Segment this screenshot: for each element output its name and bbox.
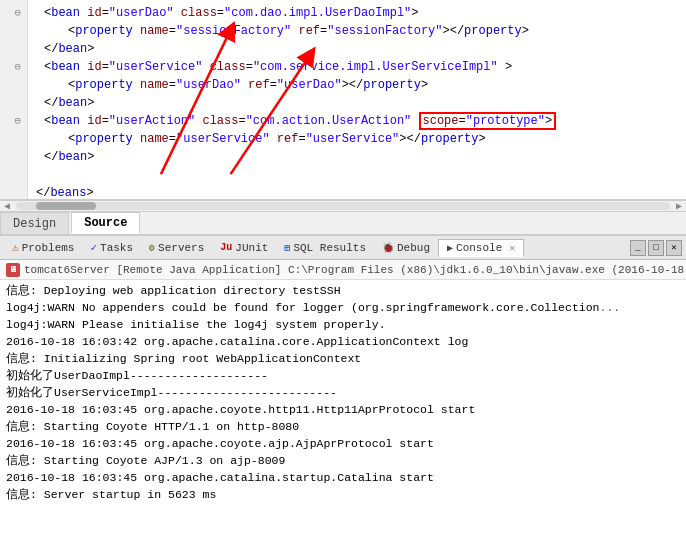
console-close-icon[interactable]: ✕ bbox=[509, 242, 515, 254]
scroll-left-btn[interactable]: ◀ bbox=[0, 200, 14, 212]
tasks-icon: ✓ bbox=[90, 241, 97, 254]
console-icon: ▶ bbox=[447, 242, 453, 254]
tab-console[interactable]: ▶ Console ✕ bbox=[438, 239, 524, 257]
problems-label: Problems bbox=[22, 242, 75, 254]
tab-debug[interactable]: 🐞 Debug bbox=[374, 240, 438, 256]
junit-label: JUnit bbox=[235, 242, 268, 254]
junit-icon: Ju bbox=[220, 242, 232, 253]
code-line: <property name="userService" ref="userSe… bbox=[36, 130, 678, 148]
code-line: <bean id="userService" class="com.servic… bbox=[36, 58, 678, 76]
tab-servers[interactable]: ⚙ Servers bbox=[141, 240, 212, 256]
debug-icon: 🐞 bbox=[382, 242, 394, 254]
editor-tabs: Design Source bbox=[0, 212, 686, 236]
console-line: 信息: Starting Coyote HTTP/1.1 on http-808… bbox=[6, 418, 680, 435]
line-numbers: ⊖ ⊖ ⊖ bbox=[0, 0, 28, 199]
code-line: <property name="userDao" ref="userDao"><… bbox=[36, 76, 678, 94]
code-editor: ⊖ ⊖ ⊖ <bean id="userDao" bbox=[0, 0, 686, 200]
console-line: 初始化了UserDaoImpl-------------------- bbox=[6, 367, 680, 384]
code-line: </bean> bbox=[36, 94, 678, 112]
console-line: log4j:WARN Please initialise the log4j s… bbox=[6, 316, 680, 333]
tab-source[interactable]: Source bbox=[71, 212, 140, 234]
console-tabs-bar: ⚠ Problems ✓ Tasks ⚙ Servers Ju JUnit ⊞ … bbox=[0, 236, 686, 260]
horizontal-scrollbar[interactable]: ◀ ▶ bbox=[0, 200, 686, 212]
code-line: </bean> bbox=[36, 148, 678, 166]
scrollbar-track[interactable] bbox=[16, 202, 670, 210]
tab-problems[interactable]: ⚠ Problems bbox=[4, 239, 82, 256]
console-line: 信息: Starting Coyote AJP/1.3 on ajp-8009 bbox=[6, 452, 680, 469]
console-line: log4j:WARN No appenders could be found f… bbox=[6, 299, 680, 316]
console-output[interactable]: 信息: Deploying web application directory … bbox=[0, 280, 686, 548]
server-info-text: tomcat6Server [Remote Java Application] … bbox=[24, 262, 686, 277]
console-line: 信息: Initializing Spring root WebApplicat… bbox=[6, 350, 680, 367]
code-line: <bean id="userDao" class="com.dao.impl.U… bbox=[36, 4, 678, 22]
debug-label: Debug bbox=[397, 242, 430, 254]
console-line: 2016-10-18 16:03:45 org.apache.catalina.… bbox=[6, 469, 680, 486]
console-line: 信息: Server startup in 5623 ms bbox=[6, 486, 680, 503]
bottom-panel: ⚠ Problems ✓ Tasks ⚙ Servers Ju JUnit ⊞ … bbox=[0, 236, 686, 548]
code-line: <property name="sessionFactory" ref="ses… bbox=[36, 22, 678, 40]
tab-junit[interactable]: Ju JUnit bbox=[212, 240, 276, 256]
tab-design[interactable]: Design bbox=[0, 212, 69, 234]
scrollbar-thumb[interactable] bbox=[36, 202, 96, 210]
console-line: 2016-10-18 16:03:45 org.apache.coyote.ht… bbox=[6, 401, 680, 418]
minimize-button[interactable]: _ bbox=[630, 240, 646, 256]
servers-icon: ⚙ bbox=[149, 242, 155, 254]
tab-sql[interactable]: ⊞ SQL Results bbox=[276, 240, 374, 256]
code-line: </beans> bbox=[36, 184, 678, 199]
problems-icon: ⚠ bbox=[12, 241, 19, 254]
server-info-bar: 🖥 tomcat6Server [Remote Java Application… bbox=[0, 260, 686, 280]
sql-icon: ⊞ bbox=[284, 242, 290, 254]
console-line: 2016-10-18 16:03:45 org.apache.coyote.aj… bbox=[6, 435, 680, 452]
sql-label: SQL Results bbox=[293, 242, 366, 254]
maximize-button[interactable]: □ bbox=[648, 240, 664, 256]
panel-controls: _ □ ✕ bbox=[630, 240, 682, 256]
code-line: <bean id="userAction" class="com.action.… bbox=[36, 112, 678, 130]
close-button[interactable]: ✕ bbox=[666, 240, 682, 256]
tasks-label: Tasks bbox=[100, 242, 133, 254]
tab-tasks[interactable]: ✓ Tasks bbox=[82, 239, 141, 256]
console-line: 初始化了UserServiceImpl---------------------… bbox=[6, 384, 680, 401]
console-line: 2016-10-18 16:03:42 org.apache.catalina.… bbox=[6, 333, 680, 350]
scroll-right-btn[interactable]: ▶ bbox=[672, 200, 686, 212]
code-line bbox=[36, 166, 678, 184]
console-label: Console bbox=[456, 242, 502, 254]
console-line: 信息: Deploying web application directory … bbox=[6, 282, 680, 299]
code-line: </bean> bbox=[36, 40, 678, 58]
code-lines: <bean id="userDao" class="com.dao.impl.U… bbox=[28, 0, 686, 199]
server-icon: 🖥 bbox=[6, 263, 20, 277]
servers-label: Servers bbox=[158, 242, 204, 254]
